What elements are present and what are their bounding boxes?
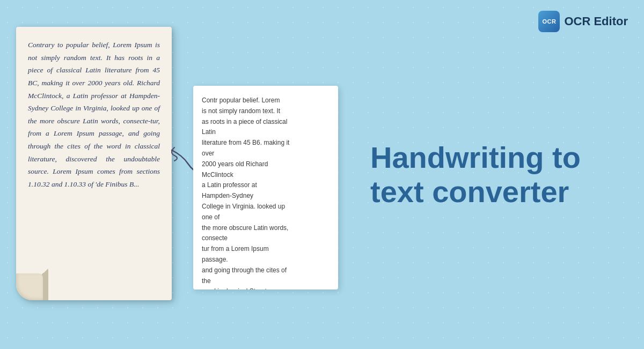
app-header: OCR OCR Editor bbox=[538, 11, 628, 32]
typed-line-6: over bbox=[202, 150, 214, 157]
typed-line-8: McClintock bbox=[202, 171, 233, 179]
typed-text-box: Contr popular belief. Lorem is not simpl… bbox=[193, 86, 338, 289]
typed-line-4: Latin bbox=[202, 128, 216, 136]
typed-line-10: Hampden-Sydney bbox=[202, 192, 253, 199]
handwriting-text: Contrary to popular belief, Lorem Ipsum … bbox=[28, 39, 160, 191]
main-headline: Handwriting to text converter bbox=[370, 140, 617, 209]
typed-line-3: as roots in a piece of classical bbox=[202, 118, 287, 125]
typed-line-15: tur from a Lorem Ipsum bbox=[202, 245, 269, 253]
typed-line-9: a Latin professor at bbox=[202, 181, 257, 189]
app-logo-icon: OCR bbox=[538, 11, 560, 32]
typed-line-11: College in Virginia. looked up bbox=[202, 203, 285, 210]
typed-line-12: one of bbox=[202, 213, 219, 221]
app-title-label: OCR Editor bbox=[564, 14, 628, 28]
handwritten-paper: Contrary to popular belief, Lorem Ipsum … bbox=[16, 27, 172, 300]
typed-line-13: the more obscure Latin words, bbox=[202, 224, 288, 232]
typed-line-2: is not simply random text. It bbox=[202, 107, 280, 115]
handwritten-paper-container: Contrary to popular belief, Lorem Ipsum … bbox=[16, 27, 172, 300]
logo-text: OCR bbox=[542, 18, 556, 25]
typed-line-19: word in dassical Sterature, bbox=[202, 287, 277, 289]
typed-line-14: consecte bbox=[202, 234, 228, 242]
headline-area: Handwriting to text converter bbox=[370, 140, 617, 209]
headline-line2: text converter bbox=[370, 175, 569, 209]
typed-line-7: 2000 years old Richard bbox=[202, 160, 268, 168]
typed-line-1: Contr popular belief. Lorem bbox=[202, 96, 280, 104]
headline-line1: Handwriting to bbox=[370, 140, 581, 174]
typed-line-16: passage. bbox=[202, 256, 228, 263]
typed-line-17: and going through the cites of bbox=[202, 266, 287, 274]
typed-line-5: literature from 45 B6. making it bbox=[202, 139, 289, 146]
typed-line-18: the bbox=[202, 277, 211, 285]
typed-text-content: Contr popular belief. Lorem is not simpl… bbox=[202, 95, 330, 289]
